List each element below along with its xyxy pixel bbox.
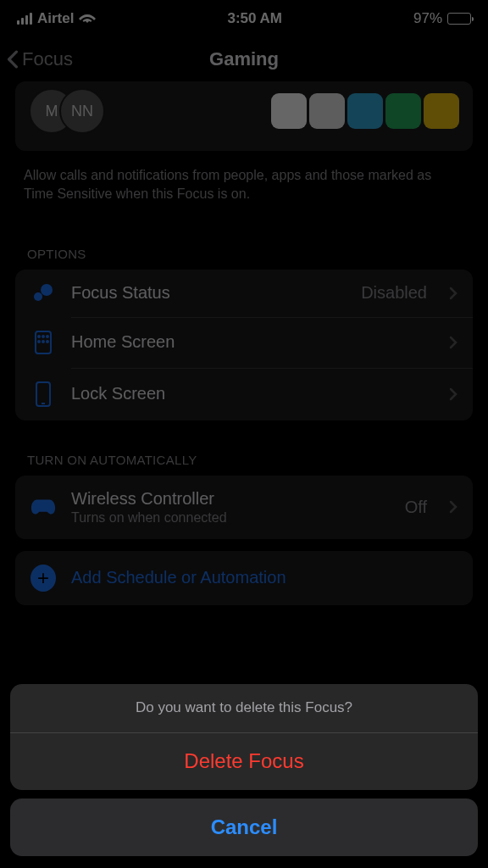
action-sheet: Do you want to delete this Focus? Delete…: [10, 684, 478, 857]
cancel-button[interactable]: Cancel: [10, 798, 478, 856]
delete-focus-button[interactable]: Delete Focus: [10, 732, 478, 790]
sheet-prompt: Do you want to delete this Focus?: [10, 684, 478, 732]
